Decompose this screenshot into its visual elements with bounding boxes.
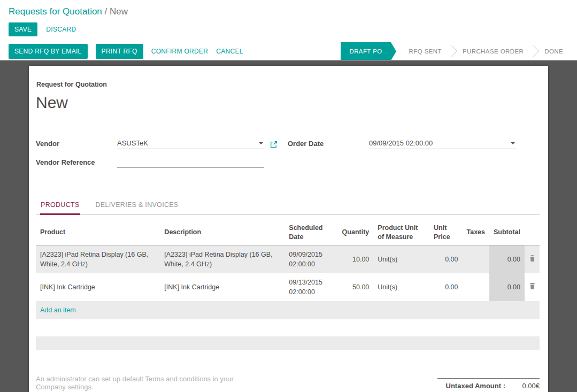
cell-scheduled-date[interactable]: 09/13/2015 02:00:00 [284,273,337,301]
table-row[interactable]: [INK] Ink Cartridge [INK] Ink Cartridge … [36,273,540,301]
action-toolbar: SEND RFQ BY EMAIL PRINT RFQ CONFIRM ORDE… [0,42,577,60]
order-date-value: 09/09/2015 02:00:00 [369,139,433,147]
cell-description[interactable]: [A2323] iPad Retina Display (16 GB, Whit… [160,245,284,273]
order-date-field[interactable]: 09/09/2015 02:00:00 [369,139,516,149]
col-header-unit-price[interactable]: Unit Price [429,220,462,245]
statusbar: DRAFT PO RFQ SENT PURCHASE ORDER DONE [341,42,577,60]
trash-icon [529,283,535,289]
send-rfq-by-email-button[interactable]: SEND RFQ BY EMAIL [9,44,88,59]
vendor-value: ASUSTeK [117,139,148,147]
print-rfq-button[interactable]: PRINT RFQ [96,44,143,59]
cell-product[interactable]: [INK] Ink Cartridge [36,273,160,301]
header: Requests for Quotation / New SAVE DISCAR… [0,0,577,42]
cell-subtotal: 0.00 [489,245,525,273]
record-actions: SAVE DISCARD [0,20,577,42]
form-sheet: Request for Quotation New Vendor ASUSTeK [29,66,548,392]
empty-section-strip [36,336,540,350]
tab-products[interactable]: PRODUCTS [40,196,80,215]
footer-section: Untaxed Amount : 0.00€ Taxes : 0.00€ Tot… [36,375,540,392]
cell-subtotal: 0.00 [489,273,525,301]
cell-uom[interactable]: Unit(s) [373,273,429,301]
notebook-tabs: PRODUCTS DELIVERIES & INVOICES [36,196,540,215]
trash-icon [529,255,535,262]
cell-quantity[interactable]: 50.00 [338,273,374,301]
order-date-label: Order Date [288,140,369,149]
page-title: New [36,94,540,112]
discard-button[interactable]: DISCARD [46,26,76,33]
save-button[interactable]: SAVE [9,22,37,36]
col-header-actions [525,220,540,245]
cell-scheduled-date[interactable]: 09/09/2015 02:00:00 [284,245,337,273]
order-lines-table: Product Description Scheduled Date Quant… [36,220,540,319]
col-header-taxes[interactable]: Taxes [462,220,489,245]
workflow-buttons: SEND RFQ BY EMAIL PRINT RFQ CONFIRM ORDE… [9,42,243,60]
statusbar-step-done[interactable]: DONE [534,42,574,60]
cell-taxes[interactable] [462,273,489,301]
breadcrumb-parent[interactable]: Requests for Quotation [9,6,102,17]
totals-panel: Untaxed Amount : 0.00€ Taxes : 0.00€ Tot… [437,378,540,392]
statusbar-step-rfq-sent[interactable]: RFQ SENT [398,42,452,60]
external-link-icon[interactable] [270,141,278,149]
breadcrumb-current: New [110,6,128,17]
col-header-product[interactable]: Product [36,220,160,245]
untaxed-amount-value: 0.00€ [505,382,540,390]
field-group: Vendor ASUSTeK Vendor Reference [36,137,540,175]
col-header-description[interactable]: Description [160,220,284,245]
terms-and-conditions-input[interactable] [36,375,263,392]
breadcrumb-separator: / [105,6,107,17]
chevron-down-icon[interactable] [511,142,515,144]
statusbar-step-purchase-order[interactable]: PURCHASE ORDER [452,42,534,60]
cell-description[interactable]: [INK] Ink Cartridge [160,273,284,301]
cell-uom[interactable]: Unit(s) [373,245,429,273]
add-item-row: Add an item [36,301,540,319]
confirm-order-button[interactable]: CONFIRM ORDER [151,48,209,55]
sheet-subtitle: Request for Quotation [36,81,540,88]
vendor-reference-field[interactable] [117,166,264,168]
col-header-uom[interactable]: Product Unit of Measure [373,220,429,245]
cell-taxes[interactable] [462,245,489,273]
vendor-field[interactable]: ASUSTeK [117,139,264,149]
add-an-item-link[interactable]: Add an item [40,306,76,314]
statusbar-step-draft-po[interactable]: DRAFT PO [341,42,390,60]
col-header-scheduled-date[interactable]: Scheduled Date [284,220,337,245]
breadcrumb: Requests for Quotation / New [0,0,577,20]
untaxed-amount-row: Untaxed Amount : 0.00€ [437,378,540,392]
cell-unit-price[interactable]: 0.00 [429,273,462,301]
untaxed-amount-label: Untaxed Amount : [437,382,505,390]
cell-quantity[interactable]: 10.00 [338,245,374,273]
table-header-row: Product Description Scheduled Date Quant… [36,220,540,245]
delete-row-button[interactable] [525,245,540,273]
vendor-label: Vendor [36,140,117,149]
form-canvas: Request for Quotation New Vendor ASUSTeK [0,60,577,392]
tab-deliveries-invoices[interactable]: DELIVERIES & INVOICES [95,196,179,214]
delete-row-button[interactable] [525,273,540,301]
table-row[interactable]: [A2323] iPad Retina Display (16 GB, Whit… [36,245,540,273]
col-header-subtotal[interactable]: Subtotal [489,220,525,245]
chevron-down-icon[interactable] [259,142,263,144]
cell-product[interactable]: [A2323] iPad Retina Display (16 GB, Whit… [36,245,160,273]
cell-unit-price[interactable]: 0.00 [429,245,462,273]
vendor-reference-label: Vendor Reference [36,158,117,168]
cancel-button[interactable]: CANCEL [216,48,243,55]
col-header-quantity[interactable]: Quantity [338,220,374,245]
